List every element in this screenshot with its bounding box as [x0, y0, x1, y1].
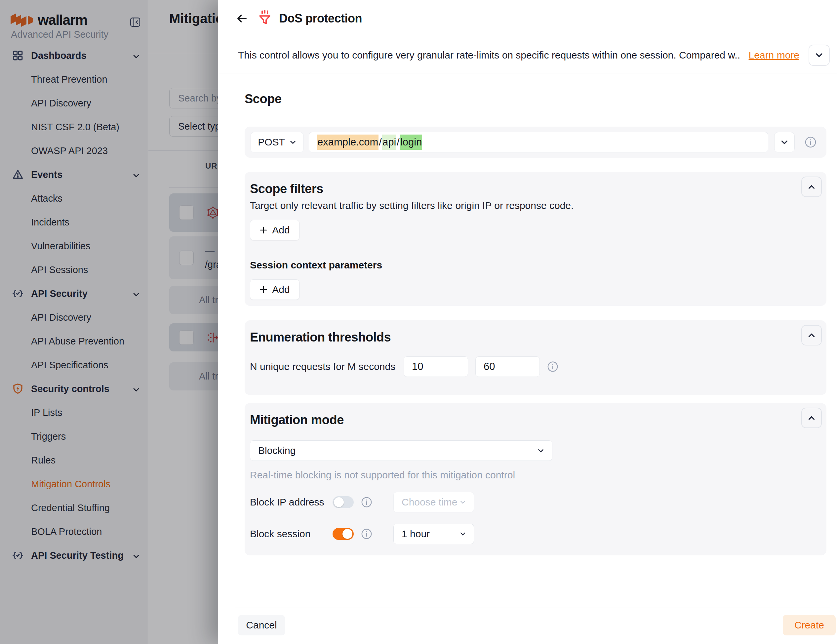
mitigation-mode-select[interactable]: Blocking [250, 440, 552, 461]
choose-time-placeholder: Choose time [402, 496, 457, 508]
scope-filters-description: Target only relevant traffic by setting … [250, 200, 797, 211]
block-session-toggle[interactable] [333, 528, 354, 540]
url-segment-host: example.com [317, 135, 379, 150]
block-session-time-select[interactable]: 1 hour [393, 524, 474, 544]
block-ip-info-icon[interactable] [361, 496, 372, 508]
url-segment-api: api [382, 135, 396, 150]
scope-heading: Scope [245, 92, 282, 106]
url-segment-slash: / [396, 135, 400, 150]
scope-expand-button[interactable] [774, 132, 795, 153]
enumeration-heading: Enumeration thresholds [250, 330, 797, 345]
drawer-header: DoS protection [218, 0, 837, 37]
method-select[interactable]: POST [251, 132, 304, 153]
collapse-section-button[interactable] [801, 177, 822, 197]
n-requests-input[interactable] [404, 356, 468, 377]
block-session-info-icon[interactable] [361, 528, 372, 539]
back-arrow-icon[interactable] [235, 12, 249, 25]
drawer-description-row: This control allows you to configure ver… [218, 37, 837, 73]
chevron-down-icon [460, 500, 466, 504]
add-button-label: Add [272, 225, 290, 236]
drawer-description: This control allows you to configure ver… [238, 49, 741, 61]
plus-icon [259, 286, 268, 294]
scope-info-icon[interactable] [804, 136, 817, 148]
block-session-time-value: 1 hour [402, 528, 430, 539]
dos-funnel-icon [258, 10, 272, 27]
create-button[interactable]: Create [783, 615, 836, 636]
chevron-down-icon [781, 140, 788, 145]
mitigation-mode-value: Blocking [258, 445, 295, 456]
plus-icon [259, 226, 268, 234]
url-segment-login: login [400, 135, 422, 150]
collapse-section-button[interactable] [801, 407, 822, 428]
chevron-down-icon [290, 140, 296, 145]
add-button-label: Add [272, 284, 290, 295]
block-ip-label: Block IP address [250, 496, 333, 508]
chevron-up-icon [807, 416, 816, 421]
add-session-parameter-button[interactable]: Add [250, 279, 299, 300]
scope-filters-heading: Scope filters [250, 182, 797, 196]
chevron-down-icon [460, 532, 466, 536]
scope-filters-card: Scope filters Target only relevant traff… [245, 172, 826, 306]
block-ip-toggle[interactable] [333, 496, 354, 508]
m-seconds-input[interactable] [475, 356, 540, 377]
block-ip-row: Block IP address Choose time [250, 492, 797, 513]
collapse-section-button[interactable] [801, 325, 822, 345]
enumeration-row: N unique requests for M seconds [250, 356, 797, 377]
enumeration-info-icon[interactable] [547, 361, 558, 372]
block-session-row: Block session 1 hour [250, 524, 797, 544]
block-ip-time-select: Choose time [393, 492, 474, 513]
dos-protection-drawer: DoS protection This control allows you t… [218, 0, 837, 644]
url-segment-slash: / [379, 135, 382, 150]
app-root: wallarm Advanced API Security Dashboards [0, 0, 837, 644]
enumeration-label: N unique requests for M seconds [250, 361, 404, 372]
chevron-up-icon [807, 333, 816, 338]
scope-bar: POST example.com/api/login [245, 127, 826, 158]
blocking-hint: Real-time blocking is not supported for … [250, 470, 797, 481]
chevron-down-icon [538, 449, 544, 453]
toggle-knob [334, 497, 344, 507]
session-context-heading: Session context parameters [250, 260, 797, 271]
method-value: POST [258, 136, 285, 148]
learn-more-link[interactable]: Learn more [749, 49, 799, 61]
cancel-button[interactable]: Cancel [238, 615, 285, 636]
chevron-up-icon [807, 184, 816, 189]
footer-divider [235, 608, 830, 608]
expand-description-button[interactable] [809, 44, 830, 66]
mitigation-mode-card: Mitigation mode Blocking Real-time block… [245, 403, 826, 555]
drawer-title: DoS protection [279, 12, 362, 25]
add-scope-filter-button[interactable]: Add [250, 220, 299, 240]
block-session-label: Block session [250, 528, 333, 539]
enumeration-thresholds-card: Enumeration thresholds N unique requests… [245, 320, 826, 395]
mitigation-mode-heading: Mitigation mode [250, 413, 797, 427]
scope-url-input[interactable]: example.com/api/login [309, 132, 768, 153]
toggle-knob [343, 529, 352, 539]
